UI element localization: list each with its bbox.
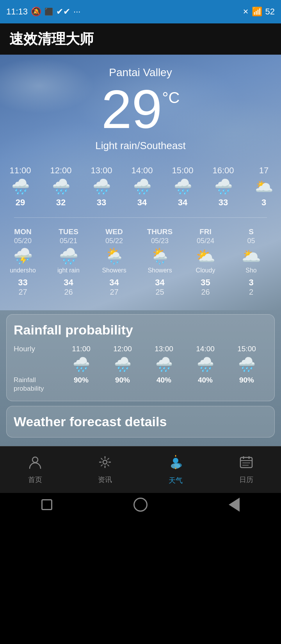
rainfall-time-1: 12:00 xyxy=(102,345,143,353)
rainfall-pct-1: 90% xyxy=(102,376,143,384)
weekly-condition-thurs: Showers xyxy=(139,267,181,276)
rainfall-pct-row: Rainfallprobability 90% 90% 40% 40% 90% xyxy=(14,376,267,393)
hourly-row: 11:00 🌧️ 29 12:00 🌧️ 32 13:00 🌧️ 33 14:0… xyxy=(0,164,281,210)
hourly-forecast: 11:00 🌧️ 29 12:00 🌧️ 32 13:00 🌧️ 33 14:0… xyxy=(0,160,281,213)
rainfall-time-3: 14:00 xyxy=(185,345,226,353)
weekly-item-fri: FRI 05/24 ⛅ Cloudy 35 26 xyxy=(183,226,228,299)
weekly-day-sat: S xyxy=(230,228,272,236)
back-button[interactable] xyxy=(224,495,244,514)
hourly-icon-1: 🌧️ xyxy=(41,178,81,195)
weekly-condition-sat: Sho xyxy=(230,267,272,276)
rainfall-icon-0: 🌧️ xyxy=(60,356,102,373)
rainfall-icon-3: 🌧️ xyxy=(185,356,226,373)
weekly-high-mon: 33 xyxy=(2,278,44,288)
rainfall-time-0: 11:00 xyxy=(60,345,102,353)
weekly-high-tues: 34 xyxy=(47,278,90,288)
weekly-condition-tues: ight rain xyxy=(47,267,90,276)
check-icons: ✔✔ xyxy=(56,7,70,17)
news-nav-icon xyxy=(98,455,112,473)
rainfall-card-title: Rainfall probability xyxy=(14,322,267,338)
hourly-temp-2: 33 xyxy=(81,197,122,208)
hourly-time-4: 15:00 xyxy=(162,165,203,176)
weekly-item-mon: MON 05/20 ⛈️ undersho 33 27 xyxy=(0,226,46,299)
hourly-temp-6: 3 xyxy=(244,197,281,208)
battery-display: 52 xyxy=(265,7,275,17)
square-button[interactable] xyxy=(37,495,57,514)
weekly-date-wed: 05/22 xyxy=(93,237,135,245)
circle-icon xyxy=(133,498,148,512)
temperature-display: 29 °C xyxy=(0,82,281,137)
rainfall-pct-3: 40% xyxy=(185,376,226,384)
nav-item-home[interactable]: 首页 xyxy=(28,455,42,484)
weekly-item-thurs: THURS 05/23 🌦️ Showers 34 25 xyxy=(137,226,183,299)
app-title: 速效清理大师 xyxy=(9,30,94,49)
weekly-high-fri: 35 xyxy=(184,278,227,288)
home-button[interactable] xyxy=(131,495,150,514)
rainfall-icon-row: 🌧️ 🌧️ 🌧️ 🌧️ 🌧️ xyxy=(14,356,267,373)
rainfall-pct-0: 90% xyxy=(60,376,102,384)
svg-point-1 xyxy=(103,460,107,464)
divider xyxy=(14,217,267,218)
weekly-low-wed: 27 xyxy=(93,288,135,297)
weekly-day-mon: MON xyxy=(2,228,44,236)
weekly-item-wed: WED 05/22 🌦️ Showers 34 27 xyxy=(91,226,137,299)
weekly-low-fri: 26 xyxy=(184,288,227,297)
status-bar: 11:13 🔕 ⬛ ✔✔ ··· ✕ 📶 52 xyxy=(0,0,281,23)
weekly-high-wed: 34 xyxy=(93,278,135,288)
hourly-icon-4: 🌧️ xyxy=(162,178,203,195)
silent-icon: 🔕 xyxy=(31,7,41,17)
bottom-nav: 首页 资讯 xyxy=(0,446,281,493)
svg-line-6 xyxy=(101,458,102,460)
screenshot-icon: ⬛ xyxy=(44,7,53,16)
rainfall-icon-4: 🌧️ xyxy=(226,356,267,373)
weekly-icon-fri: ⛅ xyxy=(184,247,227,265)
nav-item-weather[interactable]: 天气 xyxy=(168,454,183,485)
time-display: 11:13 xyxy=(6,7,28,17)
weekly-high-thurs: 34 xyxy=(139,278,181,288)
triangle-icon xyxy=(229,498,240,512)
svg-point-0 xyxy=(32,457,38,463)
close-icon: ✕ xyxy=(243,7,249,16)
weekly-high-sat: 3 xyxy=(230,278,272,288)
weekly-date-mon: 05/20 xyxy=(2,237,44,245)
temperature-unit: °C xyxy=(162,90,180,105)
hourly-item-1: 12:00 🌧️ 32 xyxy=(41,164,81,210)
weather-main: Pantai Valley 29 °C Light rain/Southeast… xyxy=(0,55,281,310)
weekly-low-tues: 26 xyxy=(47,288,90,297)
square-icon xyxy=(41,499,52,510)
location-name: Pantai Valley xyxy=(0,66,281,79)
weekly-day-wed: WED xyxy=(93,228,135,236)
hourly-temp-4: 34 xyxy=(162,197,203,208)
hourly-icon-6: 🌥️ xyxy=(244,178,281,195)
weekly-date-tues: 05/21 xyxy=(47,237,90,245)
weekly-icon-thurs: 🌦️ xyxy=(139,247,181,265)
nav-item-news[interactable]: 资讯 xyxy=(98,455,112,484)
rainfall-time-4: 15:00 xyxy=(226,345,267,353)
weekly-icon-wed: 🌦️ xyxy=(93,247,135,265)
hourly-time-5: 16:00 xyxy=(203,165,244,176)
weekly-icon-mon: ⛈️ xyxy=(2,247,44,265)
weekly-date-sat: 05 xyxy=(230,237,272,245)
weather-nav-label: 天气 xyxy=(169,476,183,485)
weekly-date-fri: 05/24 xyxy=(184,237,227,245)
hourly-icon-0: 🌧️ xyxy=(0,178,41,195)
news-nav-label: 资讯 xyxy=(98,475,112,484)
hourly-time-2: 13:00 xyxy=(81,165,122,176)
nav-item-calendar[interactable]: 日历 xyxy=(239,455,253,484)
rainfall-pct-4: 90% xyxy=(226,376,267,384)
home-nav-label: 首页 xyxy=(28,475,42,484)
hourly-temp-3: 34 xyxy=(122,197,162,208)
rainfall-pct-label: Rainfallprobability xyxy=(14,376,60,393)
weather-header: Pantai Valley 29 °C Light rain/Southeast xyxy=(0,55,281,152)
hourly-item-0: 11:00 🌧️ 29 xyxy=(0,164,41,210)
hourly-icon-2: 🌧️ xyxy=(81,178,122,195)
weekly-item-tues: TUES 05/21 🌧️ ight rain 34 26 xyxy=(46,226,91,299)
svg-line-8 xyxy=(107,458,109,460)
rainfall-icon-2: 🌧️ xyxy=(143,356,185,373)
wifi-icon: 📶 xyxy=(252,7,262,17)
hourly-item-2: 13:00 🌧️ 33 xyxy=(81,164,122,210)
weather-description: Light rain/Southeast xyxy=(0,140,281,152)
weekly-condition-mon: undersho xyxy=(2,267,44,276)
hourly-time-6: 17 xyxy=(244,165,281,176)
calendar-nav-icon xyxy=(239,455,253,473)
